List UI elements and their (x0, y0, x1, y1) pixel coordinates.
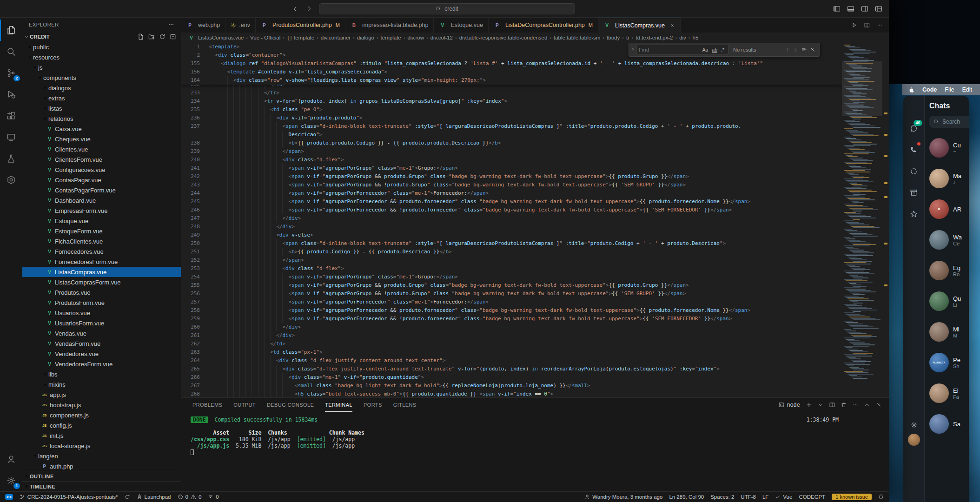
tree-item-contaspagarform-vue[interactable]: VContasPagarForm.vue (22, 185, 181, 195)
project-section-header[interactable]: CREDIT (22, 32, 181, 42)
regex-toggle[interactable]: .* (719, 47, 726, 53)
tree-item-components[interactable]: components (22, 73, 181, 83)
tree-item-estoqueform-vue[interactable]: VEstoqueForm.vue (22, 226, 181, 236)
toggle-replace-button[interactable] (629, 43, 636, 56)
status-item-gitlens-launchpad[interactable]: Launchpad (133, 492, 174, 502)
panel-more-icon[interactable] (853, 402, 858, 408)
activitybar-item-accounts[interactable] (0, 449, 22, 470)
status-item-gitlens-blame[interactable]: Wandry Moura, 3 months ago (581, 492, 666, 502)
tree-item-listas[interactable]: listas (22, 103, 181, 113)
activitybar-item-run-and-debug[interactable] (0, 84, 22, 105)
customize-layout-icon[interactable] (875, 5, 882, 13)
find-next-icon[interactable] (793, 47, 799, 53)
chat-list-item[interactable]: WaCe (929, 225, 969, 255)
forward-icon[interactable] (306, 6, 312, 12)
toggle-sidebar-icon[interactable] (833, 5, 841, 13)
panel-tab-ports[interactable]: PORTS (364, 398, 382, 412)
activitybar-item-manage[interactable]: 1 (0, 470, 22, 491)
tree-item-configuracoes-vue[interactable]: VConfiguracoes.vue (22, 165, 181, 175)
chat-list-item[interactable]: EgRo (929, 255, 969, 286)
breadcrumb-item[interactable]: VListasCompras.vue (188, 35, 244, 40)
whatsapp-archived-chats-icon[interactable] (903, 182, 925, 203)
chat-list-item[interactable]: Cu~ (929, 132, 969, 163)
tree-item-fornecedoresform-vue[interactable]: VFornecedoresForm.vue (22, 257, 181, 267)
chat-list-item[interactable]: PLANETAPeSh (929, 347, 969, 378)
breadcrumb-item[interactable]: template (381, 35, 401, 40)
panel-tab-problems[interactable]: PROBLEMS (192, 398, 222, 412)
close-panel-icon[interactable] (876, 402, 881, 408)
new-folder-icon[interactable] (148, 33, 155, 40)
more-actions-icon[interactable] (877, 22, 882, 28)
activitybar-item-search[interactable] (0, 41, 22, 62)
whatsapp-status-icon[interactable] (903, 160, 925, 182)
editor-tab-web-php[interactable]: Pweb.php (181, 18, 225, 33)
tree-item-init-js[interactable]: JSinit.js (22, 430, 181, 441)
chat-list-item[interactable]: ElFa (929, 378, 969, 409)
status-item-codegpt[interactable]: CODEGPT (795, 492, 828, 502)
explorer-more-icon[interactable] (168, 21, 174, 28)
whole-word-toggle[interactable]: ab (710, 47, 719, 53)
breadcrumb-item[interactable]: dialogo (357, 35, 374, 40)
activitybar-item-codegpt[interactable] (0, 169, 22, 191)
breadcrumb-item[interactable]: tbody (607, 35, 620, 40)
chat-list-item[interactable]: QuLi (929, 286, 969, 317)
tree-item-estoque-vue[interactable]: VEstoque.vue (22, 216, 181, 226)
toggle-secondary-sidebar-icon[interactable] (861, 5, 868, 13)
editor-scrollbar[interactable] (882, 43, 889, 397)
status-item-encoding[interactable]: UTF-8 (737, 492, 759, 502)
tree-item-produtos-vue[interactable]: VProdutos.vue (22, 287, 181, 297)
editor-tab-estoque-vue[interactable]: VEstoque.vue (434, 18, 489, 33)
new-terminal-icon[interactable] (806, 402, 812, 408)
breadcrumb-item[interactable]: td.text-end.px-2 (636, 35, 673, 40)
tree-item-mixins[interactable]: mixins (22, 379, 181, 390)
editor-tab--env[interactable]: .env (225, 18, 256, 33)
tree-item-clientes-vue[interactable]: VClientes.vue (22, 144, 181, 154)
split-terminal-icon[interactable] (829, 402, 835, 408)
editor-tab-impressao-lista-blade-php[interactable]: Bimpressao-lista.blade.php (345, 18, 434, 33)
sidebar-section-outline[interactable]: OUTLINE (22, 471, 181, 481)
terminal-shell-picker[interactable]: node (779, 402, 800, 408)
tree-item-vendedores-vue[interactable]: VVendedores.vue (22, 349, 181, 359)
tree-item-fichaclientes-vue[interactable]: VFichaClientes.vue (22, 236, 181, 246)
editor-tab-listadecomprascontroller-php[interactable]: PListaDeComprasController.phpM (489, 18, 598, 33)
tree-item-vendedoresform-vue[interactable]: VVendedoresForm.vue (22, 359, 181, 369)
tree-item-cheques-vue[interactable]: VCheques.vue (22, 134, 181, 144)
tree-item-relatorios[interactable]: relatorios (22, 113, 181, 124)
panel-tab-debug-console[interactable]: DEBUG CONSOLE (267, 398, 314, 412)
tree-item-produtosform-vue[interactable]: VProdutosForm.vue (22, 297, 181, 308)
editor-tab-listascompras-vue[interactable]: VListasCompras.vue (598, 18, 681, 33)
profile-avatar[interactable] (908, 434, 920, 446)
match-case-toggle[interactable]: Aa (700, 47, 710, 53)
breadcrumb-item[interactable]: div.row (407, 35, 424, 40)
tree-item-config-js[interactable]: JSconfig.js (22, 420, 181, 430)
tree-item-components-js[interactable]: JScomponents.js (22, 410, 181, 420)
command-center[interactable]: credit (319, 3, 575, 14)
whatsapp-chats-icon[interactable]: 40 (903, 118, 925, 139)
back-icon[interactable] (292, 6, 298, 12)
maximize-panel-icon[interactable] (864, 402, 870, 408)
tree-item-listascomprasform-vue[interactable]: VListasComprasForm.vue (22, 277, 181, 287)
apple-menu-icon[interactable] (908, 86, 914, 93)
split-editor-icon[interactable] (864, 22, 870, 28)
toggle-panel-icon[interactable] (847, 5, 854, 13)
panel-tab-gitlens[interactable]: GITLENS (393, 398, 417, 412)
chat-search-input[interactable]: Search (929, 116, 969, 128)
tree-item-libs[interactable]: libs (22, 369, 181, 379)
tree-item-auth-php[interactable]: Pauth.php (22, 461, 181, 471)
status-item-notifications[interactable] (875, 492, 887, 502)
tree-item-empresasform-vue[interactable]: VEmpresasForm.vue (22, 205, 181, 216)
whatsapp-calls-icon[interactable] (903, 139, 925, 160)
activitybar-item-testing[interactable] (0, 148, 22, 169)
breadcrumb-item[interactable]: tr (626, 35, 629, 40)
editor-tab-produtoscontroller-php[interactable]: PProdutosController.phpM (256, 18, 345, 33)
editor-content[interactable]: 232</td>233</tr>234<tr v-for="(produto, … (181, 80, 842, 397)
find-input[interactable] (639, 47, 700, 53)
status-item-ports[interactable]: 0 (205, 492, 222, 502)
kill-terminal-icon[interactable] (841, 402, 847, 408)
breadcrumb-item[interactable]: Vue - Official (250, 35, 280, 40)
tree-item-caixa-vue[interactable]: VCaixa.vue (22, 124, 181, 134)
menu-item-file[interactable]: File (945, 86, 954, 93)
sidebar-section-timeline[interactable]: TIMELINE (22, 481, 181, 491)
tree-item-dashboard-vue[interactable]: VDashboard.vue (22, 195, 181, 205)
tree-item-vendasform-vue[interactable]: VVendasForm.vue (22, 338, 181, 349)
